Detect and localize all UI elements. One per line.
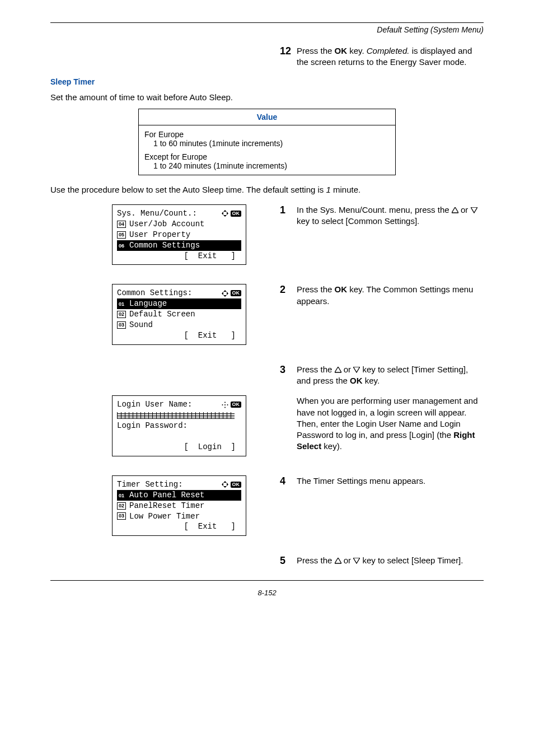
down-arrow-icon [353, 558, 360, 564]
step-2-text: Press the OK key. The Common Settings me… [297, 284, 484, 307]
step-5-number: 5 [280, 555, 297, 567]
step-1-text: In the Sys. Menu/Count. menu, press the … [297, 204, 484, 227]
lcd-title: Login User Name: [117, 399, 192, 410]
step-3-number: 3 [280, 364, 297, 387]
step-5: 5 Press the or key to select [Sleep Time… [280, 555, 484, 567]
procedure-intro: Use the procedure below to set the Auto … [50, 184, 484, 195]
step-12: 12 Press the OK key. Completed. is displ… [280, 45, 484, 68]
section-intro: Set the amount of time to wait before Au… [50, 92, 484, 103]
dpad-icon [222, 290, 228, 297]
section-title-sleep-timer: Sleep Timer [50, 77, 484, 86]
value-table-cell: For Europe 1 to 60 minutes (1minute incr… [139, 125, 396, 175]
step-5-text: Press the or key to select [Sleep Timer]… [297, 555, 463, 567]
running-header: Default Setting (System Menu) [50, 25, 484, 34]
footer-rule [50, 580, 484, 581]
step-1: 1 In the Sys. Menu/Count. menu, press th… [280, 204, 484, 227]
ok-icon: OK [231, 402, 242, 408]
dpad-icon [222, 481, 228, 488]
step-2-number: 2 [280, 284, 297, 307]
lcd-title: Sys. Menu/Count.: [117, 208, 197, 219]
login-user-name-field [117, 412, 235, 419]
step-12-text: Press the OK key. Completed. is displaye… [297, 45, 484, 68]
step-2: 2 Press the OK key. The Common Settings … [280, 284, 484, 307]
step-4-number: 4 [280, 475, 297, 487]
header-rule [50, 22, 484, 23]
page-number: 8-152 [50, 585, 484, 597]
dpad-icon [222, 210, 228, 217]
step-3: 3 Press the or key to select [Timer Sett… [280, 364, 484, 387]
dpad-dots-icon [222, 402, 228, 408]
ok-icon: OK [231, 211, 242, 217]
step-4-text: The Timer Settings menu appears. [297, 475, 425, 487]
lcd-title: Timer Setting: [117, 479, 183, 490]
lcd-title: Common Settings: [117, 288, 192, 298]
up-arrow-icon [335, 367, 341, 373]
down-arrow-icon [353, 367, 360, 373]
ok-icon: OK [231, 290, 242, 296]
lcd-common-settings: Common Settings: OK 01Language 02Default… [112, 284, 246, 344]
step-12-number: 12 [280, 45, 297, 68]
lcd-login: Login User Name: OK Login Password: [ Lo… [112, 395, 246, 456]
step-1-number: 1 [280, 204, 297, 227]
down-arrow-icon [471, 207, 477, 213]
lcd-timer-setting: Timer Setting: OK 01Auto Panel Reset 02P… [112, 475, 246, 536]
up-arrow-icon [452, 207, 458, 213]
ok-icon: OK [231, 482, 242, 488]
value-table: Value For Europe 1 to 60 minutes (1minut… [138, 109, 396, 175]
value-table-header: Value [139, 109, 396, 125]
up-arrow-icon [335, 558, 341, 564]
step-3-note: When you are performing user management … [297, 395, 484, 452]
step-4: 4 The Timer Settings menu appears. [280, 475, 484, 487]
step-3-text: Press the or key to select [Timer Settin… [297, 364, 484, 387]
lcd-sys-menu: Sys. Menu/Count.: OK 04User/Job Account … [112, 204, 246, 265]
